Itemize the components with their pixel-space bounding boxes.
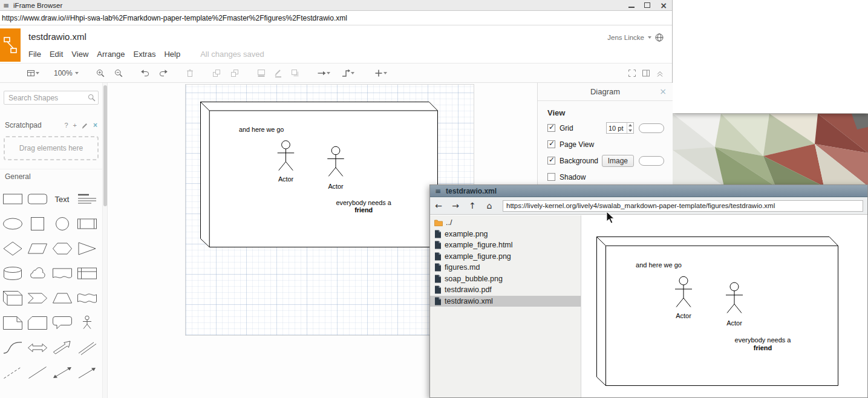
waypoints-dropdown[interactable] bbox=[339, 65, 356, 81]
tab-diagram[interactable]: Diagram bbox=[590, 87, 620, 96]
scratchpad-dropzone[interactable]: Drag elements here bbox=[4, 136, 99, 160]
delete-button[interactable] bbox=[183, 65, 197, 81]
redo-button[interactable] bbox=[157, 65, 170, 81]
globe-icon[interactable] bbox=[655, 33, 664, 42]
shape-square[interactable] bbox=[25, 214, 50, 233]
shape-cube[interactable] bbox=[0, 289, 25, 308]
stepper-up[interactable] bbox=[627, 123, 633, 128]
grid-size-stepper[interactable] bbox=[627, 123, 633, 133]
caption-line-1[interactable]: everybody needs a bbox=[336, 199, 391, 206]
search-input[interactable] bbox=[4, 91, 99, 105]
shape-bidirectional-arrow[interactable] bbox=[25, 338, 50, 357]
shape-bidirectional-connector[interactable] bbox=[50, 363, 74, 382]
fill-color-button[interactable] bbox=[255, 65, 268, 81]
shape-ellipse[interactable] bbox=[0, 214, 25, 233]
shape-actor[interactable] bbox=[74, 313, 99, 333]
actor-1-label[interactable]: Actor bbox=[278, 175, 294, 183]
shape-curve[interactable] bbox=[0, 338, 25, 357]
shape-process[interactable] bbox=[74, 214, 99, 233]
zoom-in-button[interactable] bbox=[94, 65, 107, 81]
format-panel-icon[interactable] bbox=[641, 68, 651, 78]
shape-step[interactable] bbox=[25, 289, 50, 308]
shape-line[interactable] bbox=[25, 363, 50, 382]
shape-rounded-rectangle[interactable] bbox=[25, 189, 50, 209]
list-item[interactable]: figures.md bbox=[430, 262, 581, 273]
zoom-dropdown[interactable]: 100% bbox=[52, 65, 80, 81]
list-item[interactable]: example.png bbox=[430, 229, 581, 240]
help-icon[interactable]: ? bbox=[64, 122, 68, 129]
actor-2-label[interactable]: Actor bbox=[328, 183, 344, 190]
shadow-button[interactable] bbox=[289, 65, 302, 81]
section-general[interactable]: General bbox=[0, 169, 102, 183]
shape-directional-connector[interactable] bbox=[74, 363, 99, 382]
menu-view[interactable]: View bbox=[67, 48, 93, 60]
back-icon[interactable]: ← bbox=[430, 201, 447, 210]
background-color-swatch[interactable] bbox=[639, 156, 664, 166]
hamburger-icon[interactable]: ≡ bbox=[435, 187, 441, 195]
shape-trapezoid[interactable] bbox=[50, 289, 74, 308]
undo-button[interactable] bbox=[139, 65, 152, 81]
menu-arrange[interactable]: Arrange bbox=[93, 48, 129, 60]
menu-help[interactable]: Help bbox=[160, 48, 184, 60]
caption-line-2[interactable]: friend bbox=[354, 206, 373, 214]
drawio-diagram[interactable]: and here we go Actor Actor everybody nee… bbox=[200, 102, 438, 247]
list-item[interactable]: testdrawio.pdf bbox=[430, 284, 581, 296]
sidebar-scrollbar[interactable] bbox=[103, 83, 108, 398]
shape-card[interactable] bbox=[25, 313, 50, 333]
page-view-checkbox[interactable] bbox=[547, 140, 555, 148]
shape-cylinder[interactable] bbox=[0, 264, 25, 283]
shape-link[interactable] bbox=[74, 338, 99, 357]
format-close-icon[interactable]: × bbox=[659, 86, 667, 96]
menu-file[interactable]: File bbox=[24, 48, 45, 60]
shape-rectangle[interactable] bbox=[0, 189, 25, 209]
url-input[interactable] bbox=[0, 11, 672, 25]
insert-dropdown[interactable] bbox=[372, 65, 389, 81]
to-back-button[interactable] bbox=[228, 65, 241, 81]
menu-extras[interactable]: Extras bbox=[129, 48, 160, 60]
shape-internal-storage[interactable] bbox=[74, 264, 99, 283]
menu-edit[interactable]: Edit bbox=[45, 48, 67, 60]
home-icon[interactable]: ⌂ bbox=[481, 201, 498, 210]
shape-circle[interactable] bbox=[50, 214, 74, 233]
background-checkbox[interactable] bbox=[547, 157, 555, 165]
shape-arrow[interactable] bbox=[50, 338, 74, 357]
stepper-down[interactable] bbox=[627, 128, 633, 134]
grid-checkbox[interactable] bbox=[547, 124, 555, 132]
edit-pencil-icon[interactable] bbox=[82, 122, 88, 129]
lively-titlebar[interactable]: ≡ testdrawio.xml bbox=[430, 185, 867, 197]
scrollbar-thumb[interactable] bbox=[103, 85, 107, 206]
shape-heading[interactable] bbox=[74, 189, 99, 209]
close-button[interactable]: × bbox=[660, 2, 667, 9]
shape-triangle[interactable] bbox=[74, 239, 99, 258]
search-icon[interactable] bbox=[88, 93, 96, 104]
scratchpad-close-icon[interactable]: × bbox=[93, 121, 97, 129]
window-titlebar[interactable]: ≡ iFrame Browser × bbox=[0, 0, 672, 11]
grid-size-input[interactable]: 10 pt bbox=[606, 122, 634, 134]
shape-diamond[interactable] bbox=[0, 239, 25, 258]
image-button[interactable]: Image bbox=[602, 155, 634, 167]
shape-callout[interactable] bbox=[50, 313, 74, 333]
hamburger-icon[interactable]: ≡ bbox=[3, 1, 9, 10]
list-item-selected[interactable]: testdrawio.xml bbox=[430, 296, 581, 307]
list-item[interactable]: soap_bubble.png bbox=[430, 273, 581, 285]
user-menu[interactable]: Jens Lincke bbox=[607, 33, 664, 42]
forward-icon[interactable]: → bbox=[447, 201, 464, 210]
shape-note[interactable] bbox=[0, 313, 25, 333]
cube-shape[interactable] bbox=[200, 102, 437, 247]
maximize-button[interactable] bbox=[644, 2, 650, 8]
shape-tape[interactable] bbox=[74, 289, 99, 308]
note-text[interactable]: and here we go bbox=[239, 126, 284, 133]
list-item-parent-dir[interactable]: ../ bbox=[430, 217, 581, 229]
list-item[interactable]: example_figure.png bbox=[430, 251, 581, 263]
fullscreen-icon[interactable] bbox=[627, 68, 637, 78]
shape-parallelogram[interactable] bbox=[25, 239, 50, 258]
list-item[interactable]: example_figure.html bbox=[430, 240, 581, 251]
shape-hexagon[interactable] bbox=[50, 239, 74, 258]
line-color-button[interactable] bbox=[272, 65, 285, 81]
shadow-checkbox[interactable] bbox=[547, 173, 555, 181]
lively-url-input[interactable] bbox=[503, 200, 863, 212]
grid-color-swatch[interactable] bbox=[639, 123, 664, 133]
shape-dashed-line[interactable] bbox=[0, 363, 25, 382]
collapse-expand-icon[interactable] bbox=[655, 68, 665, 78]
shape-cloud[interactable] bbox=[25, 264, 50, 283]
